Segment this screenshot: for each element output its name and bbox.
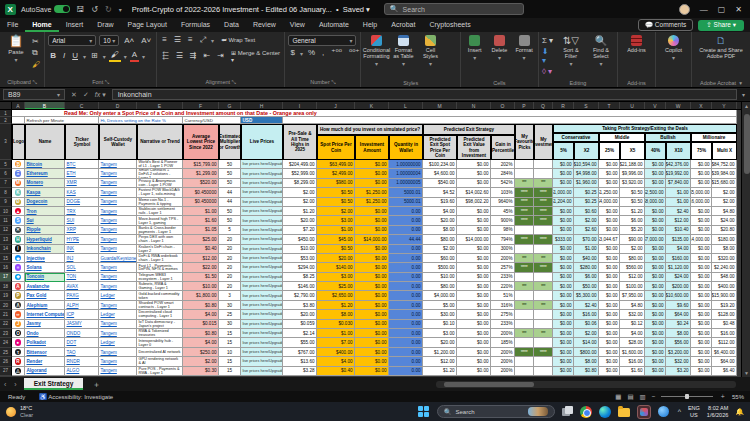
grid-cell[interactable]: $0.00 [355, 160, 389, 169]
grid-cell[interactable]: $3,920.00 [620, 179, 645, 188]
grid-cell[interactable]: $1.00 [666, 188, 691, 197]
grid-cell[interactable]: $1,000.00 [553, 188, 574, 197]
grid-cell[interactable]: $0.00 [599, 310, 620, 319]
grid-cell[interactable]: $2.00 [317, 207, 355, 216]
grid-cell[interactable]: live prices here/Upgrade [241, 338, 283, 347]
grid-cell[interactable] [534, 320, 553, 329]
grid-cell[interactable]: SOL [65, 263, 99, 272]
grid-cell[interactable]: $112.00 [712, 338, 737, 347]
column-header-N[interactable]: N [457, 102, 491, 109]
grid-cell[interactable]: $0.00 [457, 169, 491, 178]
coin-logo-cell[interactable]: ✕ [12, 226, 25, 235]
row-header[interactable]: 27 [0, 367, 12, 376]
grid-cell[interactable]: *** [515, 329, 534, 338]
menu-tab-acrobat[interactable]: Acrobat [384, 18, 422, 32]
grid-cell[interactable]: $0.48 [712, 320, 737, 329]
row2-blank[interactable] [12, 117, 25, 124]
grid-cell[interactable]: $4.52 [423, 188, 457, 197]
grid-cell[interactable]: $0.00 [645, 301, 666, 310]
grid-cell[interactable]: $980.00 [317, 179, 355, 188]
grid-cell[interactable]: 275% [491, 310, 515, 319]
horizontal-scrollbar[interactable] [436, 381, 736, 388]
grid-cell[interactable]: 0.00 [389, 329, 423, 338]
grid-cell[interactable]: Subnets, RWA & Gaming - Layer 1 [137, 282, 183, 291]
font-name-dropdown[interactable]: Arial▾ [48, 35, 96, 46]
grid-cell[interactable]: $3.28 [283, 367, 317, 376]
grid-cell[interactable]: Solana [25, 263, 65, 272]
grid-cell[interactable]: $0.50 [317, 188, 355, 197]
grid-cell[interactable]: $2.00 [283, 188, 317, 197]
grid-cell[interactable]: Tangem [99, 169, 137, 178]
grid-cell[interactable]: $15,799.00 [183, 160, 219, 169]
cut-icon[interactable]: ✂ [32, 37, 40, 46]
grid-cell[interactable]: 5 [219, 226, 241, 235]
grid-cell[interactable]: $1.00 [183, 207, 219, 216]
grid-cell[interactable]: 200% [491, 254, 515, 263]
column-header-I[interactable]: I [283, 102, 317, 109]
grid-cell[interactable]: $0.00 [553, 348, 574, 357]
grid-cell[interactable] [515, 310, 534, 319]
align-middle-icon[interactable]: ☰ [172, 35, 183, 45]
grid-cell[interactable]: $0.00 [553, 273, 574, 282]
grid-cell[interactable]: $204,499.00 [283, 160, 317, 169]
grid-cell[interactable]: 0.00 [389, 216, 423, 225]
grid-cell[interactable]: $6,400.00 [712, 348, 737, 357]
confirm-entry-icon[interactable]: ✓ [83, 91, 89, 99]
grid-cell[interactable]: $0.059 [283, 320, 317, 329]
grid-cell[interactable]: $0.80 [574, 367, 599, 376]
grid-cell[interactable]: $0.00 [457, 357, 491, 366]
zoom-level[interactable]: 55% [732, 394, 744, 400]
grid-cell[interactable]: $2,790.00 [283, 291, 317, 300]
grid-cell[interactable]: $0.00 [645, 179, 666, 188]
coin-logo-cell[interactable]: R [12, 357, 25, 366]
menu-tab-review[interactable]: Review [246, 18, 283, 32]
grid-cell[interactable]: Ethereum [25, 169, 65, 178]
grid-cell[interactable]: $0.00 [599, 179, 620, 188]
grid-cell[interactable]: live prices here/Upgrade [241, 310, 283, 319]
grid-cell[interactable]: $80.00 [423, 282, 457, 291]
grid-cell[interactable]: $1.60 [183, 216, 219, 225]
grid-cell[interactable]: $7,840.00 [666, 179, 691, 188]
grid-cell[interactable]: $1.20 [283, 207, 317, 216]
coin-logo-cell[interactable]: Ξ [12, 169, 25, 178]
grid-cell[interactable]: ***** [515, 348, 534, 357]
grid-cell[interactable]: $146.00 [283, 282, 317, 291]
grid-cell[interactable]: $3.00 [423, 329, 457, 338]
menu-tab-file[interactable]: File [0, 18, 25, 32]
grid-cell[interactable]: 284% [491, 169, 515, 178]
find-select-button[interactable]: 🔍 Find & Select▾ [588, 35, 614, 67]
comma-format-icon[interactable]: , [320, 48, 326, 58]
grid-cell[interactable] [534, 291, 553, 300]
grid-cell[interactable]: $1,204.00 [553, 198, 574, 207]
grid-cell[interactable]: ALPH [65, 301, 99, 310]
grid-cell[interactable]: INJ [65, 254, 99, 263]
grid-cell[interactable]: $0.00 [691, 282, 712, 291]
grid-cell[interactable]: $4.80 [620, 301, 645, 310]
grid-cell[interactable]: $0.00 [457, 367, 491, 376]
grid-cell[interactable]: $7.00 [317, 338, 355, 347]
grid-cell[interactable]: Alephium [25, 301, 65, 310]
grid-cell[interactable]: 20 [219, 282, 241, 291]
redo-icon[interactable]: ↻ [105, 5, 112, 14]
grid-cell[interactable]: $0.00 [691, 179, 712, 188]
grid-cell[interactable]: $16,000.00 [691, 198, 712, 207]
grid-cell[interactable]: $2,650.00 [317, 291, 355, 300]
grid-cell[interactable]: $0.00 [457, 254, 491, 263]
grid-cell[interactable]: 20 [219, 273, 241, 282]
grid-cell[interactable]: $0.00 [457, 282, 491, 291]
grid-cell[interactable]: $0.00 [553, 160, 574, 169]
grid-cell[interactable]: $32.00 [620, 310, 645, 319]
grid-cell[interactable]: $9.60 [666, 301, 691, 310]
grid-cell[interactable]: $4.80 [712, 207, 737, 216]
grid-cell[interactable]: Tangem [99, 226, 137, 235]
grid-cell[interactable]: $2,500.00 [645, 188, 666, 197]
column-header-L[interactable]: L [389, 102, 423, 109]
grid-cell[interactable]: 30 [219, 320, 241, 329]
grid-cell[interactable]: $4.00 [666, 245, 691, 254]
grid-cell[interactable]: Tangem [99, 282, 137, 291]
grid-cell[interactable]: 44 [219, 188, 241, 197]
grid-cell[interactable]: $16.00 [620, 357, 645, 366]
grid-cell[interactable]: $3.00 [317, 216, 355, 225]
grid-cell[interactable]: $0.00 [355, 245, 389, 254]
column-header-Y[interactable]: Y [712, 102, 737, 109]
